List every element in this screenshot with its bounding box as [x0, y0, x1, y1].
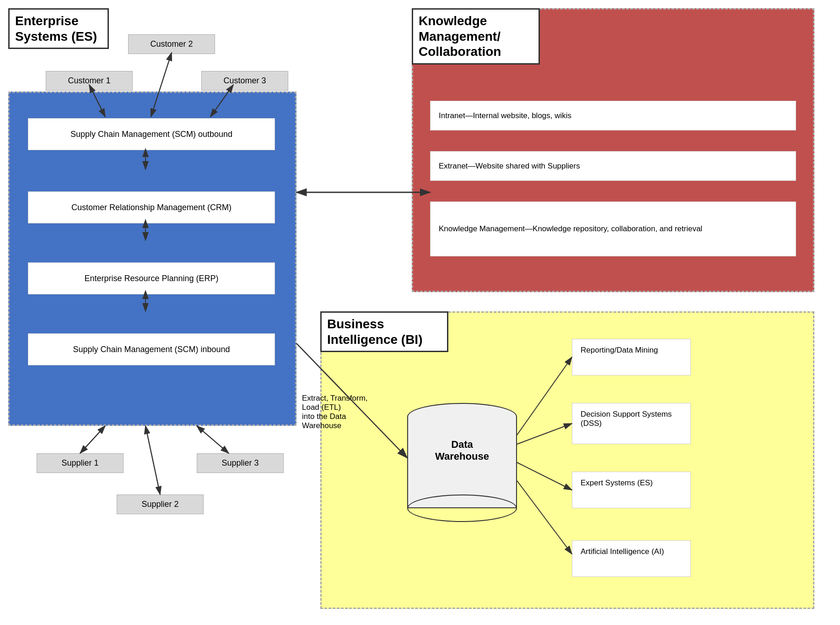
erp-box: Enterprise Resource Planning (ERP): [28, 262, 275, 294]
scm-inbound-box: Supply Chain Management (SCM) inbound: [28, 333, 275, 365]
es-label: Enterprise Systems (ES): [8, 8, 109, 49]
km-knowledge: Knowledge Management—Knowledge repositor…: [430, 201, 796, 256]
km-intranet: Intranet—Internal website, blogs, wikis: [430, 101, 796, 130]
km-extranet: Extranet—Website shared with Suppliers: [430, 151, 796, 181]
dw-label: Data Warehouse: [416, 439, 508, 462]
svg-line-18: [197, 426, 229, 453]
supplier3-box: Supplier 3: [197, 453, 284, 473]
etl-label: Extract, Transform, Load (ETL) into the …: [302, 394, 393, 430]
svg-line-14: [80, 426, 105, 453]
diagram-container: Supply Chain Management (SCM) outbound C…: [0, 0, 840, 625]
bi-label: Business Intelligence (BI): [320, 311, 448, 352]
crm-box: Customer Relationship Management (CRM): [28, 191, 275, 223]
bi-expert: Expert Systems (ES): [572, 472, 691, 508]
supplier2-box: Supplier 2: [117, 495, 204, 514]
customer3-box: Customer 3: [201, 71, 288, 91]
bi-reporting: Reporting/Data Mining: [572, 339, 691, 375]
data-warehouse-container: Data Warehouse: [407, 403, 517, 522]
supplier1-box: Supplier 1: [37, 453, 124, 473]
km-title: Knowledge Management/ Collaboration: [419, 13, 533, 60]
es-title: Enterprise Systems (ES): [15, 13, 102, 44]
svg-line-16: [145, 426, 160, 495]
es-area: Supply Chain Management (SCM) outbound C…: [8, 92, 296, 426]
bi-dss: Decision Support Systems (DSS): [572, 403, 691, 444]
svg-line-19: [197, 426, 229, 453]
scm-outbound-box: Supply Chain Management (SCM) outbound: [28, 118, 275, 150]
svg-line-15: [80, 426, 105, 453]
bi-area: [320, 311, 814, 609]
svg-line-17: [145, 426, 160, 495]
dw-bottom-ellipse: [407, 495, 517, 522]
customer2-box: Customer 2: [128, 34, 215, 54]
data-warehouse-cylinder: Data Warehouse: [407, 403, 517, 522]
bi-ai: Artificial Intelligence (AI): [572, 540, 691, 577]
bi-title: Business Intelligence (BI): [327, 316, 442, 347]
km-label: Knowledge Management/ Collaboration: [412, 8, 540, 65]
customer1-box: Customer 1: [46, 71, 133, 91]
